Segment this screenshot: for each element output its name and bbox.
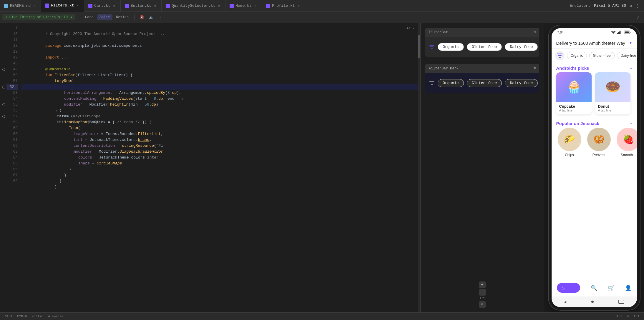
more-icon[interactable]: ⋮	[635, 4, 639, 8]
phone-chip-organic[interactable]: Organic	[567, 52, 587, 59]
nav-home-btn[interactable]: ⌂ HOME	[557, 283, 580, 293]
nav-search[interactable]: 🔍	[591, 285, 597, 291]
line-num-67: 67	[6, 172, 18, 178]
tab-filters[interactable]: Filters.kt ✕	[41, 0, 84, 12]
layout-icon[interactable]: ⊡	[627, 314, 629, 318]
indent-info: 4 spaces	[48, 315, 64, 318]
smoothie-name: Smooth...	[621, 153, 636, 157]
emulator-label: Emulator:	[570, 4, 590, 8]
tab-cart-close[interactable]: ✕	[112, 4, 116, 8]
code-line-68: }	[21, 178, 420, 184]
gutter-52	[0, 84, 6, 90]
tab-button[interactable]: Button.kt ✕	[121, 0, 162, 12]
fold-circle-49	[2, 68, 5, 71]
chips-card[interactable]: 🌮 Chips	[556, 128, 583, 157]
tab-readme[interactable]: README.md ✕	[0, 0, 41, 12]
nav-home[interactable]: ⌂ HOME	[557, 283, 580, 293]
tab-quantity-label: QuantitySelector.kt	[172, 4, 215, 8]
home-dot[interactable]	[591, 301, 594, 303]
line-num-60: 60	[6, 131, 18, 137]
fit-screen-button[interactable]: ⊞	[479, 301, 486, 308]
code-line-61: contentDescription = stringResource("Fi	[21, 137, 420, 143]
smoothie-card[interactable]: 🍓 Smooth...	[615, 128, 637, 157]
filterbar-dark-label: FilterBar Dark	[429, 66, 459, 71]
svg-point-0	[613, 34, 614, 34]
code-line-59: imageVector = Icons.Rounded.FilterList,	[21, 125, 420, 131]
tab-quantity-close[interactable]: ✕	[217, 4, 221, 8]
chip-dairy-light[interactable]: Dairy-free	[505, 43, 538, 51]
gutter-47	[0, 55, 6, 61]
cart-icon	[88, 4, 92, 8]
nav-profile[interactable]: 👤	[625, 285, 631, 291]
chip-dairy-dark[interactable]: Dairy-free	[505, 79, 538, 87]
donut-info: Donut A tag line	[595, 102, 630, 114]
popular-arrow[interactable]: →	[630, 121, 632, 126]
cupcake-card[interactable]: 🧁 Cupcake A tag line	[556, 72, 592, 114]
tab-home-close[interactable]: ✕	[253, 4, 258, 8]
recents-rect[interactable]	[618, 300, 624, 304]
delivery-arrow-icon[interactable]: ▾	[629, 40, 632, 46]
tab-cart[interactable]: Cart.kt ✕	[84, 0, 121, 12]
scrollbar-thumb[interactable]	[418, 35, 420, 58]
gutter-48	[0, 61, 6, 66]
code-line-62: modifier = Modifier.diagonalGradientBor	[21, 143, 420, 149]
toolbar-separator-2	[135, 14, 135, 20]
zoom-in-button[interactable]: +	[479, 281, 486, 288]
filter-icon-dark[interactable]	[429, 78, 435, 88]
line-num-63: 63	[6, 149, 18, 155]
code-content[interactable]: / Copyright 2020 The Android Open Source…	[21, 23, 420, 312]
settings-icon[interactable]: ⚙	[630, 4, 632, 8]
design-mode-button[interactable]: Design	[114, 14, 131, 20]
chip-organic-light[interactable]: Organic	[438, 43, 464, 51]
check-icon[interactable]: ✓	[635, 14, 642, 21]
audio-icon[interactable]: 🔈	[148, 14, 155, 21]
code-mode-button[interactable]: Code	[83, 14, 96, 20]
preview-dark-icon[interactable]: ⊡	[534, 66, 536, 71]
preview-icon[interactable]: ⊡	[534, 30, 536, 34]
phone-chip-gluten[interactable]: Gluten-free	[589, 52, 615, 59]
phone-content: Delivery to 1600 Amphitheater Way ▾ Orga…	[552, 36, 637, 296]
code-line-57: IconButton(onClick = { /* todo */ }) {	[21, 114, 420, 119]
androids-picks-arrow[interactable]: →	[630, 66, 632, 71]
split-mode-button[interactable]: Split	[97, 14, 112, 20]
line-num-52: 52	[6, 84, 18, 90]
fold-circle-52	[2, 86, 5, 89]
pretzels-card[interactable]: 🥨 Pretzels	[586, 128, 612, 157]
gutter-67	[0, 172, 6, 178]
filterbar-body: Organic Gluten-free Dairy-free (	[425, 37, 539, 57]
more-options-icon[interactable]: ⋮	[157, 14, 164, 21]
svg-rect-2	[618, 32, 619, 34]
live-editing-dropdown[interactable]: ▾	[70, 15, 72, 19]
filter-bar-light: Organic Gluten-free Dairy-free (	[429, 40, 536, 53]
tab-profile[interactable]: Profile.kt ✕	[262, 0, 305, 12]
back-arrow[interactable]: ◀	[564, 299, 566, 304]
phone-chip-dairy[interactable]: Dairy-free	[617, 52, 637, 59]
volume-icon[interactable]: 🔇	[138, 14, 145, 21]
phone-filter-icon[interactable]	[555, 51, 565, 60]
gutter-57	[0, 114, 6, 119]
live-editing-toggle[interactable]: ⚡ Live Editing of Literals: ON ▾	[2, 14, 75, 20]
popular-title: Popular on Jetsnack	[556, 121, 600, 126]
line-numbers: 1 16 17 18 19 47 48 49 50 51 52 53 54 55…	[6, 23, 21, 312]
line-num-55: 55	[6, 102, 18, 108]
zoom-out-button[interactable]: −	[479, 289, 486, 296]
code-editor[interactable]: 1 16 17 18 19 47 48 49 50 51 52 53 54 55…	[0, 23, 420, 312]
nav-cart[interactable]: 🛒	[608, 285, 614, 291]
delivery-header[interactable]: Delivery to 1600 Amphitheater Way ▾	[552, 36, 637, 49]
code-line-48: @Composable	[21, 61, 420, 66]
editor-scrollbar[interactable]	[418, 23, 420, 312]
gutter-16	[0, 31, 6, 37]
tab-filters-close[interactable]: ✕	[76, 4, 80, 8]
tab-button-close[interactable]: ✕	[153, 4, 157, 8]
tab-readme-close[interactable]: ✕	[32, 4, 36, 8]
chip-gluten-light[interactable]: Gluten-free	[467, 43, 502, 51]
tab-home[interactable]: Home.kt ✕	[225, 0, 262, 12]
tab-profile-close[interactable]: ✕	[297, 4, 301, 8]
tab-quantity[interactable]: QuantitySelector.kt ✕	[162, 0, 225, 12]
filter-icon-light[interactable]	[429, 42, 435, 51]
chip-organic-dark[interactable]: Organic	[438, 79, 464, 87]
donut-card[interactable]: 🍩 Donut A tag line	[595, 72, 630, 114]
tab-home-label: Home.kt	[235, 4, 252, 8]
chip-gluten-dark[interactable]: Gluten-free	[467, 79, 502, 87]
line-num-68: 68	[6, 178, 18, 184]
